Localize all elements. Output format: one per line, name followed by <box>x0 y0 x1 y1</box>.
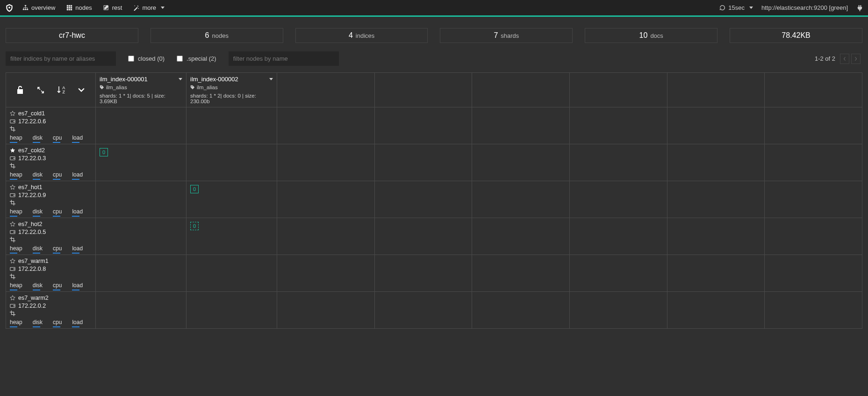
metric-cpu[interactable]: cpu <box>53 134 62 141</box>
metric-cpu[interactable]: cpu <box>53 282 62 289</box>
nav-overview[interactable]: overview <box>18 1 60 14</box>
metric-cpu[interactable]: cpu <box>53 245 62 252</box>
star-outline-icon[interactable] <box>10 111 15 116</box>
node-cell[interactable]: es7_hot2 172.22.0.5 heap disk cpu load <box>6 218 96 255</box>
star-outline-icon[interactable] <box>10 221 15 227</box>
node-cell[interactable]: es7_cold2 172.22.0.3 heap disk cpu load <box>6 144 96 181</box>
stat-size[interactable]: 78.42KB <box>730 28 862 43</box>
shard-chip[interactable]: 0 <box>100 148 108 156</box>
node-metrics: heap disk cpu load <box>10 208 92 215</box>
shard-chip[interactable]: 0 <box>190 222 199 230</box>
nav-right: 15sec http://elasticsearch:9200 [green] <box>719 4 863 11</box>
shard-cell: 0 <box>187 218 277 255</box>
index-stats: shards: 1 * 1| docs: 5 | size: 3.69KB <box>100 93 182 104</box>
blank-cell <box>570 218 667 255</box>
stat-cluster-name[interactable]: cr7-hwc <box>6 28 138 43</box>
metric-load[interactable]: load <box>72 319 83 325</box>
node-ip: 172.22.0.5 <box>18 229 46 235</box>
blank-cell <box>375 181 473 218</box>
node-cell[interactable]: es7_cold1 172.22.0.6 heap disk cpu load <box>6 107 96 144</box>
metric-disk[interactable]: disk <box>33 282 43 289</box>
special-checkbox-input[interactable] <box>177 56 183 62</box>
blank-cell <box>277 292 375 328</box>
unlock-icon[interactable] <box>15 85 25 95</box>
star-filled-icon[interactable] <box>10 148 15 153</box>
blank-cell <box>667 144 765 181</box>
svg-rect-5 <box>67 5 68 7</box>
chevron-down-icon[interactable] <box>269 78 273 80</box>
index-header-0[interactable]: ilm_index-000001 ilm_alias shards: 1 * 1… <box>96 73 187 107</box>
metric-load[interactable]: load <box>72 208 83 215</box>
filter-indices-input[interactable] <box>6 51 116 66</box>
stat-shards[interactable]: 7 shards <box>440 28 573 43</box>
expand-icon[interactable] <box>36 85 45 95</box>
wand-icon <box>133 5 139 11</box>
closed-checkbox-input[interactable] <box>128 56 134 62</box>
metric-disk[interactable]: disk <box>33 171 43 178</box>
blank-cell <box>570 181 667 218</box>
blank-cell <box>277 181 375 218</box>
blank-cell <box>667 292 765 328</box>
node-cell[interactable]: es7_hot1 172.22.0.9 heap disk cpu load <box>6 181 96 218</box>
svg-point-15 <box>135 6 136 7</box>
shard-chip[interactable]: 0 <box>190 185 199 193</box>
node-metrics: heap disk cpu load <box>10 319 92 325</box>
metric-disk[interactable]: disk <box>33 319 43 325</box>
nav-rest[interactable]: rest <box>99 1 127 14</box>
grid-header-row: AZ ilm_index-000001 ilm_alias shards: 1 … <box>6 73 862 107</box>
metric-load[interactable]: load <box>72 171 83 178</box>
metric-cpu[interactable]: cpu <box>53 171 62 178</box>
grid-controls-cell: AZ <box>6 73 96 107</box>
crop-icon <box>10 311 15 316</box>
metric-load[interactable]: load <box>72 134 83 141</box>
sort-az-icon[interactable]: AZ <box>56 85 65 95</box>
filter-closed-checkbox[interactable]: closed (0) <box>128 55 165 62</box>
chevron-down-icon[interactable] <box>179 78 182 80</box>
node-name: es7_hot2 <box>18 221 42 227</box>
node-cell[interactable]: es7_warm2 172.22.0.2 heap disk cpu load <box>6 292 96 328</box>
metric-load[interactable]: load <box>72 282 83 289</box>
node-ip: 172.22.0.6 <box>18 118 46 125</box>
metric-heap[interactable]: heap <box>10 171 22 178</box>
pager-prev-button[interactable] <box>840 54 849 64</box>
top-nav: overview nodes rest more 15sec <box>0 0 868 15</box>
connect-url[interactable]: http://elasticsearch:9200 [green] <box>761 4 848 11</box>
metric-heap[interactable]: heap <box>10 319 22 325</box>
stat-indices[interactable]: 4 indices <box>295 28 428 43</box>
index-header-1[interactable]: ilm_index-000002 ilm_alias shards: 1 * 2… <box>187 73 277 107</box>
stat-nodes[interactable]: 6 nodes <box>151 28 283 43</box>
plug-icon[interactable] <box>856 4 863 11</box>
shard-cell: 0 <box>96 144 187 181</box>
metric-disk[interactable]: disk <box>33 134 43 141</box>
filter-special-checkbox[interactable]: .special (2) <box>177 55 216 62</box>
metric-heap[interactable]: heap <box>10 282 22 289</box>
dropdown-icon[interactable] <box>77 85 86 95</box>
stat-docs[interactable]: 10 docs <box>585 28 717 43</box>
pager-next-button[interactable] <box>851 54 861 64</box>
blank-cell <box>667 255 765 291</box>
metric-load[interactable]: load <box>72 245 83 252</box>
svg-rect-4 <box>27 9 28 10</box>
metric-cpu[interactable]: cpu <box>53 208 62 215</box>
filter-nodes-input[interactable] <box>229 51 339 66</box>
blank-cell <box>472 107 570 144</box>
star-outline-icon[interactable] <box>10 184 15 190</box>
metric-heap[interactable]: heap <box>10 245 22 252</box>
metric-disk[interactable]: disk <box>33 245 43 252</box>
metric-heap[interactable]: heap <box>10 134 22 141</box>
metric-disk[interactable]: disk <box>33 208 43 215</box>
disk-icon <box>10 156 15 161</box>
star-outline-icon[interactable] <box>10 295 15 301</box>
node-ip: 172.22.0.3 <box>18 155 46 162</box>
star-outline-icon[interactable] <box>10 258 15 264</box>
shard-cell <box>187 107 277 144</box>
metric-heap[interactable]: heap <box>10 208 22 215</box>
refresh-interval[interactable]: 15sec <box>719 4 753 11</box>
node-cell[interactable]: es7_warm1 172.22.0.8 heap disk cpu load <box>6 255 96 291</box>
blank-cell <box>765 144 862 181</box>
metric-cpu[interactable]: cpu <box>53 319 62 325</box>
blank-cell <box>375 255 473 291</box>
nav-nodes[interactable]: nodes <box>62 1 96 14</box>
nav-more[interactable]: more <box>129 1 169 14</box>
node-metrics: heap disk cpu load <box>10 171 92 178</box>
